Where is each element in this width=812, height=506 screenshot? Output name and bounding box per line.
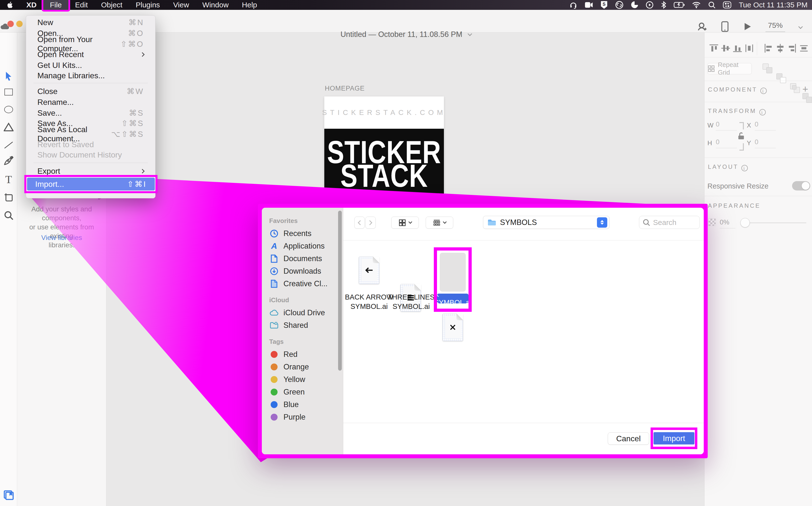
height-field[interactable]: 0 xyxy=(716,138,737,148)
device-preview-icon[interactable] xyxy=(721,21,729,32)
menu-file[interactable]: File xyxy=(43,0,68,10)
control-center-icon[interactable] xyxy=(723,1,731,9)
opacity-slider-knob[interactable] xyxy=(740,218,750,228)
opacity-field[interactable]: 0% xyxy=(720,219,735,228)
menu-bar-clock[interactable]: Tue Oct 11 11:35 PM xyxy=(739,1,808,9)
pen-tool[interactable] xyxy=(0,156,17,165)
align-left-icon[interactable] xyxy=(763,43,774,54)
menu-view[interactable]: View xyxy=(167,0,196,10)
view-libraries-link[interactable]: View libraries xyxy=(17,234,106,242)
import-button[interactable]: Import xyxy=(653,432,694,444)
boolean-subtract-icon[interactable] xyxy=(776,73,786,83)
opacity-swatch-icon[interactable] xyxy=(708,219,716,226)
sidebar-tag-green[interactable]: Green xyxy=(262,386,343,398)
shield-s-icon[interactable]: S xyxy=(601,1,608,9)
menu-item-new[interactable]: New⌘N xyxy=(28,17,153,28)
libraries-panel-icon[interactable] xyxy=(0,490,17,501)
video-icon[interactable] xyxy=(584,1,593,9)
align-right-icon[interactable] xyxy=(787,43,798,54)
lock-icon[interactable] xyxy=(737,132,745,140)
sidebar-item-downloads[interactable]: Downloads xyxy=(262,265,343,277)
sidebar-tag-blue[interactable]: Blue xyxy=(262,398,343,411)
apple-menu[interactable] xyxy=(0,0,20,10)
add-component-button[interactable]: + xyxy=(802,84,808,95)
width-field[interactable]: 0 xyxy=(716,120,737,131)
sidebar-tag-purple[interactable]: Purple xyxy=(262,411,343,423)
menu-item-open-from-computer[interactable]: Open from Your Computer...⇧⌘O xyxy=(28,38,153,50)
sidebar-scrollbar[interactable] xyxy=(338,211,342,371)
boolean-add-icon[interactable] xyxy=(762,64,773,73)
zoom-tool[interactable] xyxy=(0,211,17,220)
menu-item-open-recent[interactable]: Open Recent xyxy=(28,49,153,60)
sidebar-tag-yellow[interactable]: Yellow xyxy=(262,373,343,386)
menu-object[interactable]: Object xyxy=(94,0,129,10)
distribute-vertical-icon[interactable] xyxy=(744,43,755,54)
play-preview-icon[interactable] xyxy=(743,22,752,31)
rectangle-tool[interactable] xyxy=(0,89,17,95)
import-menu-annotation-box: Import...⇧⌘I xyxy=(24,175,158,193)
text-tool[interactable]: T xyxy=(0,173,17,186)
artboard-homepage[interactable]: STICKERSTACK.COM STICKER STACK xyxy=(324,96,444,217)
align-top-icon[interactable] xyxy=(708,43,719,54)
responsive-resize-toggle[interactable] xyxy=(792,181,810,190)
forward-button[interactable] xyxy=(365,217,376,229)
sidebar-item-applications[interactable]: A Applications xyxy=(262,240,343,252)
file-x-symbol[interactable] xyxy=(442,314,463,341)
zoom-level[interactable]: 75% xyxy=(765,21,785,32)
align-middle-icon[interactable] xyxy=(720,43,731,54)
spotlight-search-icon[interactable] xyxy=(708,1,716,9)
search-field[interactable] xyxy=(639,216,700,229)
sidebar-tag-orange[interactable]: Orange xyxy=(262,360,343,373)
icon-view-dropdown[interactable] xyxy=(391,217,419,229)
search-input[interactable] xyxy=(653,218,690,227)
menu-help[interactable]: Help xyxy=(235,0,264,10)
sidebar-item-documents[interactable]: Documents xyxy=(262,252,343,265)
zoom-chevron-icon[interactable] xyxy=(798,24,803,29)
back-button[interactable] xyxy=(354,217,365,229)
line-tool[interactable] xyxy=(0,141,17,146)
artboard-name[interactable]: HOMEPAGE xyxy=(325,85,365,92)
align-center-icon[interactable] xyxy=(775,43,786,54)
distribute-horizontal-icon[interactable] xyxy=(799,43,809,54)
menu-item-manage-libraries[interactable]: Manage Libraries... xyxy=(28,70,153,81)
menu-item-save[interactable]: Save...⌘S xyxy=(28,107,153,118)
menu-item-get-ui-kits[interactable]: Get UI Kits... xyxy=(28,60,153,71)
align-bottom-icon[interactable] xyxy=(732,43,743,54)
boolean-intersect-icon[interactable] xyxy=(790,83,800,93)
menu-item-close[interactable]: Close⌘W xyxy=(28,86,153,97)
menu-item-rename[interactable]: Rename... xyxy=(28,97,153,107)
file-label[interactable]: THREE LINESSYMBOL.ai xyxy=(384,292,438,311)
sidebar-item-recents[interactable]: Recents xyxy=(262,227,343,240)
sidebar-item-creative-cloud[interactable]: Creative Cl... xyxy=(262,277,343,290)
y-field[interactable]: 0 xyxy=(755,138,776,148)
play-circle-icon[interactable] xyxy=(646,1,653,9)
cancel-button[interactable]: Cancel xyxy=(608,432,649,445)
sidebar-tag-red[interactable]: Red xyxy=(262,348,343,360)
x-field[interactable]: 0 xyxy=(755,120,776,131)
menu-item-save-as-local-document[interactable]: Save As Local Document...⌥⇧⌘S xyxy=(28,129,153,140)
folder-stepper-icon[interactable] xyxy=(597,217,607,228)
ellipse-tool[interactable] xyxy=(0,106,17,113)
creative-cloud-icon[interactable] xyxy=(615,1,624,9)
polygon-tool[interactable] xyxy=(0,122,17,132)
headset-icon[interactable] xyxy=(569,1,577,9)
sidebar-item-shared[interactable]: Shared xyxy=(262,319,343,332)
invite-user-icon[interactable] xyxy=(697,22,707,31)
bluetooth-icon[interactable] xyxy=(661,1,666,9)
menu-xd[interactable]: XD xyxy=(20,0,43,10)
battery-icon[interactable] xyxy=(674,1,685,9)
menu-item-import[interactable]: Import...⇧⌘I xyxy=(27,178,155,190)
pie-icon[interactable] xyxy=(631,1,638,9)
group-view-dropdown[interactable] xyxy=(426,217,453,229)
file-back-arrow-symbol[interactable] xyxy=(359,256,379,284)
menu-edit[interactable]: Edit xyxy=(68,0,94,10)
artboard-tool[interactable] xyxy=(0,192,17,202)
menu-window[interactable]: Window xyxy=(196,0,235,10)
select-tool[interactable] xyxy=(0,71,17,81)
opacity-slider[interactable] xyxy=(743,223,806,223)
wifi-icon[interactable] xyxy=(692,1,701,9)
sidebar-item-icloud-drive[interactable]: iCloud Drive xyxy=(262,307,343,319)
menu-plugins[interactable]: Plugins xyxy=(129,0,166,10)
folder-dropdown[interactable]: SYMBOLS xyxy=(483,216,610,229)
repeat-grid-button[interactable]: Repeat Grid xyxy=(707,63,752,74)
